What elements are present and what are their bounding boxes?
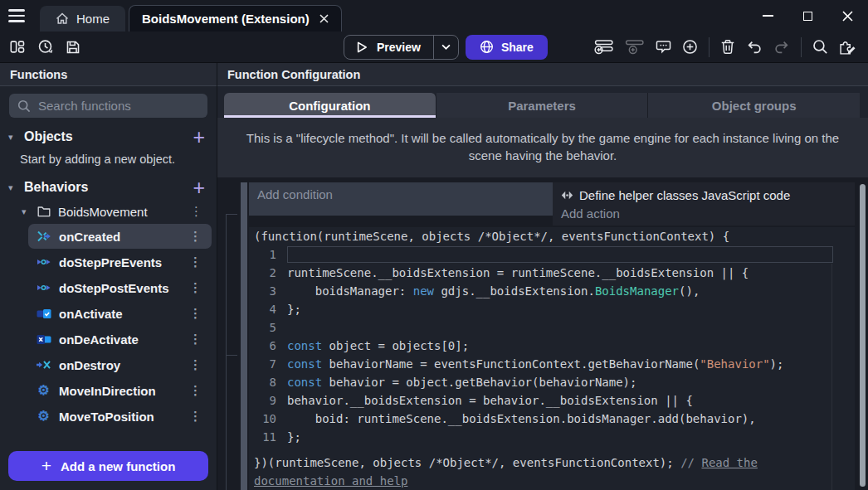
kebab-icon[interactable]: ⋮ bbox=[187, 357, 204, 372]
function-item-label: doStepPreEvents bbox=[59, 255, 179, 269]
home-icon bbox=[56, 12, 69, 25]
function-item-onActivate[interactable]: onActivate⋮ bbox=[28, 301, 212, 326]
function-item-doStepPostEvents[interactable]: doStepPostEvents⋮ bbox=[28, 275, 212, 300]
add-function-button[interactable]: + Add a new function bbox=[8, 451, 208, 481]
behavior-group-label: BoidsMovement bbox=[58, 205, 148, 219]
event-bracket bbox=[226, 355, 237, 490]
app-window: Home BoidsMovement (Extension) bbox=[0, 0, 868, 490]
tab-home[interactable]: Home bbox=[40, 6, 125, 32]
project-panels-icon[interactable] bbox=[10, 40, 25, 54]
function-item-label: onDestroy bbox=[59, 358, 179, 372]
globe-icon bbox=[480, 40, 494, 54]
tab-object-groups[interactable]: Object groups bbox=[648, 93, 860, 118]
code-line-7: 7const behaviorName = eventsFunctionCont… bbox=[249, 355, 855, 373]
preview-button[interactable]: Preview bbox=[344, 35, 459, 60]
kebab-icon[interactable]: ⋮ bbox=[187, 280, 204, 295]
main-header-title: Function Configuration bbox=[227, 68, 360, 81]
search-icon[interactable] bbox=[812, 39, 828, 55]
add-event-icon[interactable] bbox=[594, 39, 614, 55]
step-arrows-icon bbox=[36, 281, 51, 294]
hamburger-menu-icon[interactable] bbox=[0, 0, 33, 32]
objects-section-title: Objects bbox=[24, 129, 73, 144]
function-item-onDeActivate[interactable]: onDeActivate⋮ bbox=[28, 327, 212, 352]
objects-section-row: ▾ Objects + bbox=[0, 120, 217, 146]
function-item-label: doStepPostEvents bbox=[59, 281, 179, 295]
chevron-down-icon[interactable]: ▾ bbox=[8, 132, 17, 143]
kebab-icon[interactable]: ⋮ bbox=[188, 204, 205, 219]
save-icon[interactable] bbox=[66, 40, 80, 55]
tab-close-icon[interactable] bbox=[319, 14, 329, 23]
function-item-MoveInDirection[interactable]: ⚙MoveInDirection⋮ bbox=[28, 378, 212, 403]
toggle-on-icon bbox=[36, 308, 51, 320]
add-subevent-icon[interactable] bbox=[625, 39, 645, 55]
function-item-MoveToPosition[interactable]: ⚙MoveToPosition⋮ bbox=[28, 404, 212, 429]
line-number: 11 bbox=[249, 428, 287, 446]
add-comment-icon[interactable] bbox=[656, 40, 671, 54]
behaviors-section-title: Behaviors bbox=[24, 180, 88, 195]
window-controls bbox=[760, 0, 868, 32]
share-button[interactable]: Share bbox=[466, 35, 548, 60]
chevron-down-icon[interactable]: ▾ bbox=[22, 206, 30, 217]
code-overview-ruler bbox=[831, 264, 832, 490]
function-item-onCreated[interactable]: onCreated⋮ bbox=[28, 224, 212, 249]
minimize-icon[interactable] bbox=[760, 8, 775, 23]
toggle-off-icon bbox=[36, 333, 51, 346]
add-circle-icon[interactable] bbox=[682, 39, 698, 55]
sidebar-header: Functions bbox=[0, 63, 217, 86]
js-event-title-row[interactable]: Define helper classes JavaScript code bbox=[553, 184, 855, 204]
code-editor[interactable]: (function(runtimeScene, objects /*Object… bbox=[249, 227, 855, 490]
add-action-label: Add action bbox=[561, 206, 620, 221]
edit-extension-icon[interactable] bbox=[839, 39, 856, 56]
trash-icon[interactable] bbox=[720, 39, 735, 55]
documentation-link[interactable]: documentation and help bbox=[254, 472, 407, 490]
preview-dropdown-button[interactable] bbox=[433, 36, 458, 59]
chevron-down-icon[interactable]: ▾ bbox=[8, 182, 17, 193]
function-item-label: MoveInDirection bbox=[59, 384, 179, 398]
tab-configuration[interactable]: Configuration bbox=[224, 93, 436, 118]
search-functions-box[interactable] bbox=[9, 94, 207, 118]
add-behavior-button[interactable]: + bbox=[193, 180, 205, 195]
kebab-icon[interactable]: ⋮ bbox=[187, 383, 204, 398]
function-item-label: onDeActivate bbox=[59, 332, 179, 347]
add-condition-cell[interactable]: Add condition bbox=[249, 182, 553, 216]
destroy-icon bbox=[36, 358, 51, 371]
code-line-10: 10 boid: runtimeScene.__boidsExtension.b… bbox=[249, 410, 855, 428]
events-scrollbar[interactable] bbox=[860, 184, 866, 487]
maximize-icon[interactable] bbox=[800, 8, 815, 23]
line-number: 2 bbox=[249, 264, 287, 282]
tab-document[interactable]: BoidsMovement (Extension) bbox=[129, 5, 342, 32]
kebab-icon[interactable]: ⋮ bbox=[187, 306, 204, 321]
function-item-onDestroy[interactable]: onDestroy⋮ bbox=[28, 352, 212, 377]
kebab-icon[interactable]: ⋮ bbox=[187, 409, 204, 424]
function-item-label: MoveToPosition bbox=[59, 410, 179, 424]
line-number: 1 bbox=[249, 245, 287, 264]
history-icon[interactable] bbox=[37, 39, 53, 55]
toolbar-separator bbox=[801, 37, 802, 57]
search-functions-input[interactable] bbox=[38, 99, 203, 113]
documentation-link[interactable]: Read the bbox=[701, 454, 757, 472]
line-number: 9 bbox=[249, 391, 287, 410]
line-number: 8 bbox=[249, 373, 287, 391]
undo-icon[interactable] bbox=[746, 40, 763, 54]
behaviors-section-row: ▾ Behaviors + bbox=[0, 171, 217, 196]
event-content: Add condition Define helper classes Java… bbox=[249, 182, 855, 490]
code-line-1: 1 bbox=[249, 245, 855, 264]
kebab-icon[interactable]: ⋮ bbox=[187, 229, 204, 244]
tab-parameters[interactable]: Parameters bbox=[436, 93, 649, 118]
event-drag-handle[interactable] bbox=[241, 182, 247, 490]
line-number: 6 bbox=[249, 337, 287, 355]
code-line-9: 9behavior.__boidsExtension = behavior.__… bbox=[249, 391, 855, 410]
kebab-icon[interactable]: ⋮ bbox=[187, 255, 204, 269]
behavior-group-row[interactable]: ▾ BoidsMovement ⋮ bbox=[0, 196, 217, 223]
redo-icon[interactable] bbox=[773, 40, 790, 54]
kebab-icon[interactable]: ⋮ bbox=[187, 332, 204, 347]
toolbar: Preview Share bbox=[0, 32, 868, 63]
function-gear-icon: ⚙ bbox=[36, 384, 51, 397]
add-object-button[interactable]: + bbox=[193, 129, 205, 144]
close-icon[interactable] bbox=[840, 8, 855, 23]
add-action-cell[interactable]: Add action bbox=[553, 204, 855, 222]
events-sheet[interactable]: Add condition Define helper classes Java… bbox=[217, 177, 868, 490]
toolbar-left-group bbox=[0, 39, 80, 55]
play-icon bbox=[357, 41, 368, 53]
function-item-doStepPreEvents[interactable]: doStepPreEvents⋮ bbox=[28, 250, 212, 274]
